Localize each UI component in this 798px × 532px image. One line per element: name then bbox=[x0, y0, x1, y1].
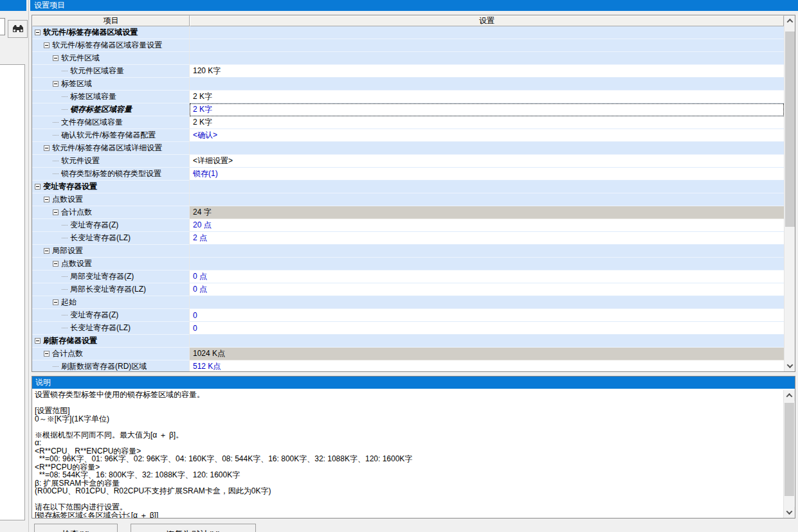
setting-cell bbox=[190, 181, 784, 193]
item-cell[interactable]: 局部变址寄存器(Z) bbox=[32, 270, 190, 283]
setting-cell[interactable]: <详细设置> bbox=[190, 155, 784, 168]
item-cell[interactable]: 合计点数 bbox=[32, 206, 190, 219]
table-row[interactable]: 合计点数24 字 bbox=[32, 206, 784, 219]
item-cell[interactable]: 标签区域 bbox=[32, 78, 190, 91]
table-row[interactable]: 局部设置 bbox=[32, 245, 784, 258]
table-row[interactable]: 软元件区域 bbox=[32, 52, 784, 65]
setting-cell[interactable]: 2 K字 bbox=[190, 103, 784, 116]
item-cell[interactable]: 变址寄存器(Z) bbox=[32, 219, 190, 232]
item-cell[interactable]: 确认软元件/标签存储器配置 bbox=[32, 129, 190, 142]
table-row[interactable]: 锁存类型标签的锁存类型设置锁存(1) bbox=[32, 168, 784, 181]
table-row[interactable]: 长变址寄存器(LZ)0 bbox=[32, 322, 784, 335]
collapse-toggle-icon[interactable] bbox=[44, 248, 50, 254]
setting-cell[interactable]: 0 bbox=[190, 322, 784, 335]
check-button[interactable]: 检查(K) bbox=[34, 524, 118, 532]
collapse-toggle-icon[interactable] bbox=[44, 351, 50, 357]
collapse-toggle-icon[interactable] bbox=[53, 299, 59, 305]
table-row[interactable]: 软元件/标签存储器区域详细设置 bbox=[32, 142, 784, 155]
item-cell[interactable]: 刷新数据寄存器(RD)区域 bbox=[32, 360, 190, 372]
setting-cell[interactable]: 2 K字 bbox=[190, 116, 784, 129]
item-cell[interactable]: 合计点数 bbox=[32, 348, 190, 360]
item-cell[interactable]: 软元件设置 bbox=[32, 155, 190, 168]
item-cell[interactable]: 标签区域容量 bbox=[32, 91, 190, 103]
collapse-toggle-icon[interactable] bbox=[35, 338, 41, 344]
table-row[interactable]: 软元件设置<详细设置> bbox=[32, 155, 784, 168]
item-cell[interactable]: 软元件/标签存储器区域设置 bbox=[32, 26, 190, 39]
table-row[interactable]: 刷新存储器设置 bbox=[32, 335, 784, 348]
table-row[interactable]: 变址寄存器(Z)0 bbox=[32, 309, 784, 322]
item-cell[interactable]: 锁存标签区域容量 bbox=[32, 103, 190, 116]
panel-divider bbox=[28, 0, 29, 532]
item-cell[interactable]: 软元件/标签存储器区域详细设置 bbox=[32, 142, 190, 155]
item-cell[interactable]: 起始 bbox=[32, 296, 190, 309]
collapse-toggle-icon[interactable] bbox=[44, 42, 50, 48]
setting-cell[interactable]: 20 点 bbox=[190, 219, 784, 232]
item-cell[interactable]: 软元件区域容量 bbox=[32, 65, 190, 78]
collapse-toggle-icon[interactable] bbox=[35, 184, 41, 190]
item-cell[interactable]: 软元件/标签存储器区域容量设置 bbox=[32, 39, 190, 52]
table-row[interactable]: 局部变址寄存器(Z)0 点 bbox=[32, 270, 784, 283]
restore-default-button[interactable]: 恢复为默认(U) bbox=[131, 524, 256, 532]
setting-cell[interactable]: 0 bbox=[190, 309, 784, 322]
collapse-toggle-icon[interactable] bbox=[44, 197, 50, 202]
table-scrollbar[interactable] bbox=[784, 15, 795, 371]
search-input[interactable] bbox=[0, 18, 5, 35]
item-cell[interactable]: 刷新存储器设置 bbox=[32, 335, 190, 348]
table-row[interactable]: 起始 bbox=[32, 296, 784, 309]
table-row[interactable]: 变址寄存器(Z)20 点 bbox=[32, 219, 784, 232]
table-row[interactable]: 标签区域 bbox=[32, 78, 784, 91]
table-row[interactable]: 软元件/标签存储器区域容量设置 bbox=[32, 39, 784, 52]
table-row[interactable]: 软元件/标签存储器区域设置 bbox=[32, 26, 784, 39]
setting-cell[interactable]: 1024 K点 bbox=[190, 348, 784, 360]
setting-cell[interactable]: 2 K字 bbox=[190, 91, 784, 103]
item-cell[interactable]: 变址寄存器(Z) bbox=[32, 309, 190, 322]
table-row[interactable]: 确认软元件/标签存储器配置<确认> bbox=[32, 129, 784, 142]
setting-cell[interactable]: <确认> bbox=[190, 129, 784, 142]
description-title: 说明 bbox=[32, 377, 795, 389]
scroll-down-button[interactable] bbox=[784, 360, 795, 371]
find-button[interactable] bbox=[8, 20, 28, 38]
collapse-toggle-icon[interactable] bbox=[53, 261, 59, 267]
item-cell[interactable]: 软元件区域 bbox=[32, 52, 190, 65]
item-cell[interactable]: 长变址寄存器(LZ) bbox=[32, 232, 190, 245]
setting-cell[interactable]: 0 点 bbox=[190, 283, 784, 296]
scroll-up-button[interactable] bbox=[784, 390, 795, 401]
collapse-toggle-icon[interactable] bbox=[53, 209, 59, 215]
table-row[interactable]: 长变址寄存器(LZ)2 点 bbox=[32, 232, 784, 245]
item-cell[interactable]: 点数设置 bbox=[32, 258, 190, 270]
table-row[interactable]: 变址寄存器设置 bbox=[32, 181, 784, 193]
item-cell[interactable]: 变址寄存器设置 bbox=[32, 181, 190, 193]
collapse-toggle-icon[interactable] bbox=[35, 30, 41, 35]
setting-cell[interactable]: 锁存(1) bbox=[190, 168, 784, 181]
item-cell[interactable]: 局部长变址寄存器(LZ) bbox=[32, 283, 190, 296]
setting-cell[interactable]: 24 字 bbox=[190, 206, 784, 219]
collapse-toggle-icon[interactable] bbox=[53, 55, 59, 61]
setting-cell[interactable]: 2 点 bbox=[190, 232, 784, 245]
setting-cell[interactable]: 0 点 bbox=[190, 270, 784, 283]
table-row[interactable]: 软元件区域容量120 K字 bbox=[32, 65, 784, 78]
minus-glyph bbox=[54, 84, 57, 84]
scroll-down-button[interactable] bbox=[784, 507, 795, 518]
table-row[interactable]: 刷新数据寄存器(RD)区域512 K点 bbox=[32, 360, 784, 372]
table-row[interactable]: 文件存储区域容量2 K字 bbox=[32, 116, 784, 129]
item-cell[interactable]: 锁存类型标签的锁存类型设置 bbox=[32, 168, 190, 181]
table-row[interactable]: 合计点数1024 K点 bbox=[32, 348, 784, 360]
table-row[interactable]: 点数设置 bbox=[32, 193, 784, 206]
collapse-toggle-icon[interactable] bbox=[53, 81, 59, 87]
collapse-toggle-icon[interactable] bbox=[44, 145, 50, 151]
item-cell[interactable]: 局部设置 bbox=[32, 245, 190, 258]
setting-cell[interactable]: 512 K点 bbox=[190, 360, 784, 372]
item-cell[interactable]: 点数设置 bbox=[32, 193, 190, 206]
scrollbar-thumb[interactable] bbox=[785, 31, 795, 227]
description-scrollbar[interactable] bbox=[783, 390, 794, 518]
table-row[interactable]: 标签区域容量2 K字 bbox=[32, 91, 784, 103]
table-row[interactable]: 锁存标签区域容量2 K字 bbox=[32, 103, 784, 116]
table-row[interactable]: 局部长变址寄存器(LZ)0 点 bbox=[32, 283, 784, 296]
scroll-up-button[interactable] bbox=[784, 15, 795, 26]
scrollbar-thumb[interactable] bbox=[784, 403, 794, 496]
item-cell[interactable]: 长变址寄存器(LZ) bbox=[32, 322, 190, 335]
setting-cell[interactable]: 120 K字 bbox=[190, 65, 784, 78]
left-tree-panel[interactable] bbox=[0, 64, 25, 520]
table-row[interactable]: 点数设置 bbox=[32, 258, 784, 270]
item-cell[interactable]: 文件存储区域容量 bbox=[32, 116, 190, 129]
